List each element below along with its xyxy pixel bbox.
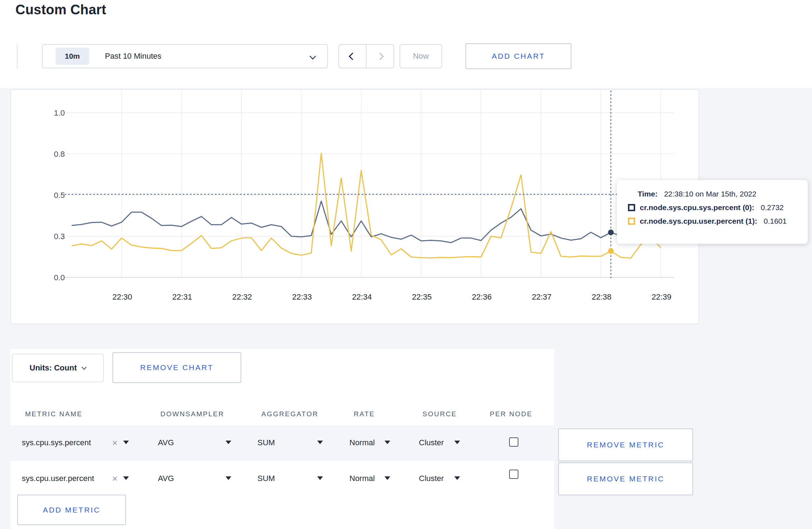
aggregator-select[interactable]: SUM xyxy=(257,438,275,447)
col-header-per-node: PER NODE xyxy=(490,410,532,418)
y-axis-label: 0.5 xyxy=(33,191,65,200)
aggregator-select[interactable]: SUM xyxy=(257,474,275,483)
timescale-dropdown[interactable]: 10m Past 10 Minutes xyxy=(42,44,328,68)
metric-name-cell[interactable]: sys.cpu.user.percent xyxy=(22,474,94,483)
chevron-down-icon xyxy=(82,364,87,369)
y-axis-label: 0.3 xyxy=(33,232,65,241)
aggregator-caret-icon[interactable] xyxy=(317,476,323,480)
timescale-badge: 10m xyxy=(55,48,89,65)
x-axis-label: 22:37 xyxy=(522,292,561,302)
chart-tooltip: Time: 22:38:10 on Mar 15th, 2022 cr.node… xyxy=(617,180,808,244)
x-axis-label: 22:31 xyxy=(163,292,202,302)
x-axis-label: 22:39 xyxy=(642,292,681,302)
aggregator-caret-icon[interactable] xyxy=(317,441,323,444)
col-header-downsampler: DOWNSAMPLER xyxy=(160,410,224,418)
y-axis-label: 0.8 xyxy=(33,150,65,159)
remove-chart-button[interactable]: REMOVE CHART xyxy=(112,352,241,383)
time-nav-group xyxy=(338,44,394,68)
table-row xyxy=(10,425,554,461)
y-axis-label: 1.0 xyxy=(33,108,65,118)
now-button[interactable]: Now xyxy=(400,44,442,68)
metric-caret-icon[interactable] xyxy=(123,476,129,480)
tooltip-series-label: cr.node.sys.cpu.user.percent (1): xyxy=(640,217,757,225)
rate-caret-icon[interactable] xyxy=(385,476,390,480)
chart-card: 1.00.80.50.30.022:3022:3122:3222:3322:34… xyxy=(10,89,699,324)
downsampler-caret-icon[interactable] xyxy=(226,476,231,480)
col-header-rate: RATE xyxy=(354,410,375,418)
x-axis-label: 22:35 xyxy=(402,292,441,302)
series-user-swatch-icon xyxy=(628,218,635,225)
per-node-checkbox[interactable] xyxy=(509,437,518,447)
source-caret-icon[interactable] xyxy=(454,441,460,444)
clear-metric-icon[interactable]: × xyxy=(112,474,117,483)
tooltip-time-label: Time: xyxy=(638,190,658,198)
x-axis-label: 22:30 xyxy=(103,292,142,302)
y-axis-label: 0.0 xyxy=(33,273,65,282)
x-axis-label: 22:32 xyxy=(222,292,262,302)
x-axis-label: 22:33 xyxy=(282,292,322,302)
toolbar-divider xyxy=(17,44,18,68)
downsampler-caret-icon[interactable] xyxy=(226,441,231,444)
units-label: Units: Count xyxy=(30,363,77,373)
clear-metric-icon[interactable]: × xyxy=(112,438,117,447)
tooltip-time-value: 22:38:10 on Mar 15th, 2022 xyxy=(664,190,757,198)
metric-caret-icon[interactable] xyxy=(123,441,129,444)
col-header-source: SOURCE xyxy=(422,410,457,418)
remove-metric-button[interactable]: REMOVE METRIC xyxy=(558,462,693,495)
chevron-down-icon xyxy=(309,53,316,59)
rate-caret-icon[interactable] xyxy=(385,441,390,444)
next-range-button[interactable] xyxy=(367,45,393,68)
source-caret-icon[interactable] xyxy=(454,476,460,480)
units-dropdown[interactable]: Units: Count xyxy=(12,354,104,382)
metric-name-cell[interactable]: sys.cpu.sys.percent xyxy=(22,438,91,447)
source-select[interactable]: Cluster xyxy=(419,438,444,447)
tooltip-series-label: cr.node.sys.cpu.sys.percent (0): xyxy=(640,203,754,212)
page-title: Custom Chart xyxy=(15,2,106,18)
downsampler-select[interactable]: AVG xyxy=(158,438,174,447)
add-chart-button[interactable]: ADD CHART xyxy=(465,43,571,69)
per-node-checkbox[interactable] xyxy=(509,470,518,479)
chevron-left-icon xyxy=(349,52,356,60)
x-axis-label: 22:34 xyxy=(342,292,382,302)
remove-metric-button[interactable]: REMOVE METRIC xyxy=(558,428,693,461)
add-metric-button[interactable]: ADD METRIC xyxy=(17,495,126,525)
source-select[interactable]: Cluster xyxy=(419,474,444,483)
tooltip-series-value: 0.2732 xyxy=(761,203,784,212)
timescale-label: Past 10 Minutes xyxy=(105,52,161,61)
x-axis-label: 22:38 xyxy=(582,292,621,302)
rate-select[interactable]: Normal xyxy=(349,438,375,447)
tooltip-series-value: 0.1601 xyxy=(764,217,787,225)
series-sys-swatch-icon xyxy=(628,204,635,211)
downsampler-select[interactable]: AVG xyxy=(158,474,174,483)
col-header-aggregator: AGGREGATOR xyxy=(261,410,318,418)
chart-canvas xyxy=(10,89,699,324)
col-header-metric-name: METRIC NAME xyxy=(25,410,83,418)
chevron-right-icon xyxy=(376,52,384,60)
x-axis-label: 22:36 xyxy=(462,292,502,302)
rate-select[interactable]: Normal xyxy=(349,474,375,483)
prev-range-button[interactable] xyxy=(339,45,367,68)
